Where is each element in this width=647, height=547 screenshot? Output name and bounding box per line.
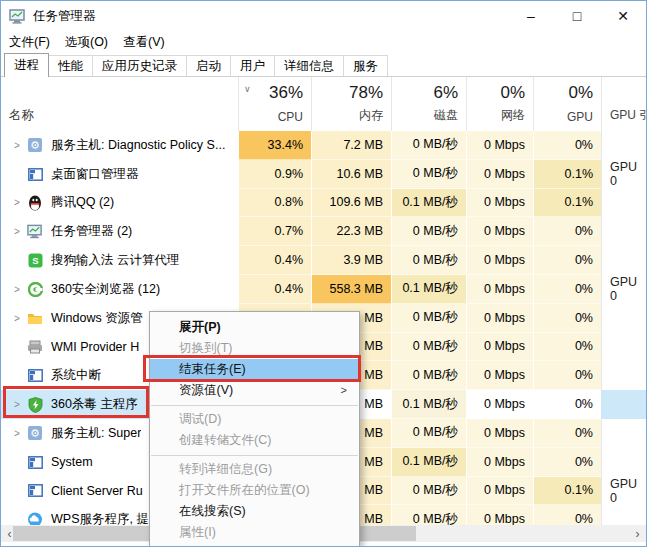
stat-cell-gpu-engine — [601, 448, 646, 477]
menu-查看(V)[interactable]: 查看(V) — [123, 31, 174, 53]
tab-启动[interactable]: 启动 — [186, 55, 231, 76]
process-name-cell[interactable]: S搜狗输入法 云计算代理 — [1, 246, 238, 275]
window-icon — [27, 368, 43, 384]
table-row[interactable]: 桌面窗口管理器0.9%10.6 MB0 MB/秒0 Mbps0.1%GPU 0 — [1, 160, 646, 189]
stat-cell-mem: 7.2 MB — [311, 131, 391, 160]
column-header-disk[interactable]: 6%磁盘 — [391, 77, 466, 131]
column-label-mem: 内存 — [359, 107, 383, 124]
column-total-mem: 78% — [349, 83, 383, 103]
expand-chevron-icon[interactable]: > — [7, 140, 27, 151]
column-header-eng[interactable]: GPU 引擎 — [601, 77, 646, 131]
stat-cell-disk: 0 MB/秒 — [391, 304, 466, 333]
stat-cell-gpu: 0.1% — [533, 189, 601, 218]
stat-cell-disk: 0 MB/秒 — [391, 160, 466, 189]
process-name: 服务主机: Super — [51, 425, 141, 442]
minimize-button[interactable]: – — [508, 1, 554, 31]
stat-cell-gpu-engine — [601, 246, 646, 275]
stat-cell-mem: 109.6 MB — [311, 189, 391, 218]
stat-cell-gpu: 0% — [533, 246, 601, 275]
title-bar: 任务管理器 – □ ✕ — [1, 1, 646, 31]
context-menu-item-在线搜索(S)[interactable]: 在线搜索(S) — [150, 501, 359, 522]
process-name-cell[interactable]: >360安全浏览器 (12) — [1, 275, 238, 304]
column-header-name[interactable]: 名称 — [1, 77, 238, 131]
tab-性能[interactable]: 性能 — [48, 55, 93, 76]
stat-cell-mem: 558.3 MB — [311, 275, 391, 304]
table-row[interactable]: S搜狗输入法 云计算代理0.4%3.9 MB0 MB/秒0 Mbps0% — [1, 246, 646, 275]
menu-bar: 文件(F)选项(O)查看(V) — [1, 31, 646, 53]
stat-cell-mem: 3.9 MB — [311, 246, 391, 275]
svg-text:S: S — [32, 255, 38, 266]
column-header-net[interactable]: 0%网络 — [466, 77, 533, 131]
context-menu-item-展开(P)[interactable]: 展开(P) — [150, 317, 359, 338]
column-label-disk: 磁盘 — [434, 107, 458, 124]
column-header-gpu[interactable]: 0%GPU — [533, 77, 601, 131]
menu-文件(F)[interactable]: 文件(F) — [9, 31, 59, 53]
column-label-net: 网络 — [501, 107, 525, 124]
stat-cell-net: 0 Mbps — [466, 304, 533, 333]
close-button[interactable]: ✕ — [600, 1, 646, 31]
stat-cell-disk: 0.1 MB/秒 — [391, 275, 466, 304]
stat-cell-net: 0 Mbps — [466, 333, 533, 362]
stat-cell-net: 0 Mbps — [466, 217, 533, 246]
expand-chevron-icon[interactable]: > — [7, 226, 27, 237]
expand-chevron-icon[interactable]: > — [7, 313, 27, 324]
expand-chevron-icon[interactable]: > — [7, 428, 27, 439]
context-menu: 展开(P)切换到(T)结束任务(E)资源值(V)>调试(D)创建转储文件(C)转… — [149, 311, 360, 547]
column-total-net: 0% — [500, 83, 525, 103]
table-row[interactable]: >腾讯QQ (2)0.8%109.6 MB0.1 MB/秒0 Mbps0.1% — [1, 189, 646, 218]
stat-cell-mem: 22.3 MB — [311, 217, 391, 246]
menu-选项(O)[interactable]: 选项(O) — [65, 31, 117, 53]
context-menu-item-资源值(V)[interactable]: 资源值(V)> — [150, 380, 359, 401]
stat-cell-gpu-engine — [601, 304, 646, 333]
tab-bar: 进程性能应用历史记录启动用户详细信息服务 — [1, 53, 646, 77]
table-row[interactable]: >360安全浏览器 (12)0.4%558.3 MB0.1 MB/秒0 Mbps… — [1, 275, 646, 304]
task-manager-icon — [9, 9, 26, 24]
stat-cell-net: 0 Mbps — [466, 246, 533, 275]
process-name: Windows 资源管 — [51, 310, 143, 327]
stat-cell-disk: 0 MB/秒 — [391, 333, 466, 362]
stat-cell-net: 0 Mbps — [466, 390, 533, 419]
tab-服务[interactable]: 服务 — [343, 55, 388, 76]
stat-cell-disk: 0 MB/秒 — [391, 131, 466, 160]
process-name: 桌面窗口管理器 — [51, 166, 139, 183]
scroll-right-icon[interactable]: › — [629, 525, 646, 542]
tab-用户[interactable]: 用户 — [230, 55, 275, 76]
stat-cell-net: 0 Mbps — [466, 419, 533, 448]
column-header-cpu[interactable]: ∨36%CPU — [238, 77, 311, 131]
process-name-cell[interactable]: >腾讯QQ (2) — [1, 189, 238, 218]
table-row[interactable]: >⚙服务主机: Diagnostic Policy S...33.4%7.2 M… — [1, 131, 646, 160]
column-header-mem[interactable]: 78%内存 — [311, 77, 391, 131]
stat-cell-gpu: 0% — [533, 448, 601, 477]
tab-进程[interactable]: 进程 — [4, 53, 49, 77]
stat-cell-gpu-engine — [601, 131, 646, 160]
process-name: 系统中断 — [51, 367, 101, 384]
stat-cell-gpu: 0% — [533, 131, 601, 160]
process-name: Client Server Ru — [51, 484, 143, 498]
stat-cell-cpu: 0.8% — [238, 189, 311, 218]
process-name: WMI Provider H — [51, 340, 139, 354]
process-name-cell[interactable]: 桌面窗口管理器 — [1, 160, 238, 189]
process-name: 任务管理器 (2) — [51, 223, 132, 240]
tab-应用历史记录[interactable]: 应用历史记录 — [92, 55, 187, 76]
expand-chevron-icon[interactable]: > — [7, 284, 27, 295]
maximize-button[interactable]: □ — [554, 1, 600, 31]
stat-cell-disk: 0 MB/秒 — [391, 361, 466, 390]
column-label-eng: GPU 引擎 — [610, 107, 647, 124]
context-menu-item-打开文件所在的位置(O): 打开文件所在的位置(O) — [150, 480, 359, 501]
expand-chevron-icon[interactable]: > — [7, 197, 27, 208]
process-name-cell[interactable]: >⚙服务主机: Diagnostic Policy S... — [1, 131, 238, 160]
table-row[interactable]: >任务管理器 (2)0.7%22.3 MB0 MB/秒0 Mbps0% — [1, 217, 646, 246]
stat-cell-cpu: 33.4% — [238, 131, 311, 160]
window-icon — [27, 454, 43, 470]
expand-chevron-icon[interactable]: > — [7, 399, 27, 410]
stat-cell-disk: 0.1 MB/秒 — [391, 189, 466, 218]
tab-详细信息[interactable]: 详细信息 — [274, 55, 344, 76]
context-menu-item-结束任务(E)[interactable]: 结束任务(E) — [150, 359, 359, 380]
process-name-cell[interactable]: >任务管理器 (2) — [1, 217, 238, 246]
stat-cell-disk: 0 MB/秒 — [391, 477, 466, 506]
stat-cell-gpu: 0.1% — [533, 160, 601, 189]
gear-icon: ⚙ — [27, 137, 43, 153]
stat-cell-net: 0 Mbps — [466, 131, 533, 160]
svg-text:⚙: ⚙ — [30, 139, 40, 151]
stat-cell-gpu: 0% — [533, 217, 601, 246]
